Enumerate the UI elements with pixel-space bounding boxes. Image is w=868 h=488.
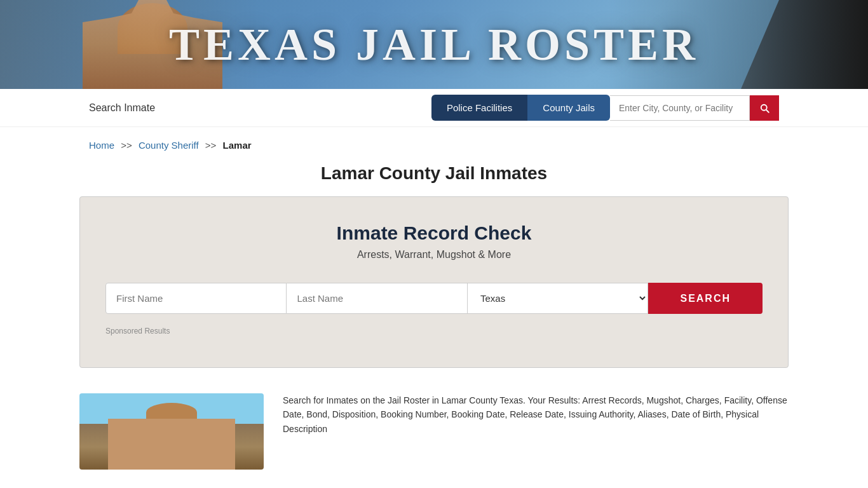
sponsored-label: Sponsored Results [105,327,763,336]
page-title: Lamar County Jail Inmates [0,163,868,184]
nav-search-button[interactable] [750,95,779,121]
police-facilities-button[interactable]: Police Facilities [431,95,527,121]
record-check-box: Inmate Record Check Arrests, Warrant, Mu… [79,196,789,368]
breadcrumb-county-sheriff[interactable]: County Sheriff [139,140,199,151]
record-check-form: AlabamaAlaskaArizonaArkansasCaliforniaCo… [105,283,763,314]
header-banner: Texas Jail Roster [0,0,868,89]
bottom-section: Search for Inmates on the Jail Roster in… [0,387,868,470]
record-check-subtitle: Arrests, Warrant, Mugshot & More [105,249,763,261]
state-select[interactable]: AlabamaAlaskaArizonaArkansasCaliforniaCo… [468,283,648,314]
breadcrumb: Home >> County Sheriff >> Lamar [0,127,868,157]
last-name-input[interactable] [287,283,467,314]
nav-search-input[interactable] [610,95,750,121]
breadcrumb-sep2: >> [205,140,217,151]
first-name-input[interactable] [105,283,287,314]
bottom-description: Search for Inmates on the Jail Roster in… [283,393,789,470]
search-icon [759,102,770,114]
breadcrumb-sep1: >> [121,140,132,151]
nav-right: Police Facilities County Jails [431,95,779,121]
record-check-title: Inmate Record Check [105,222,763,244]
breadcrumb-current: Lamar [223,140,252,151]
search-inmate-label: Search Inmate [89,102,155,114]
county-jails-button[interactable]: County Jails [527,95,610,121]
county-building-image [79,393,264,470]
breadcrumb-home[interactable]: Home [89,140,114,151]
page-title-section: Lamar County Jail Inmates [0,157,868,196]
building-body [108,419,235,470]
site-title: Texas Jail Roster [169,18,699,71]
record-search-button[interactable]: SEARCH [648,283,763,314]
nav-bar: Search Inmate Police Facilities County J… [0,89,868,127]
